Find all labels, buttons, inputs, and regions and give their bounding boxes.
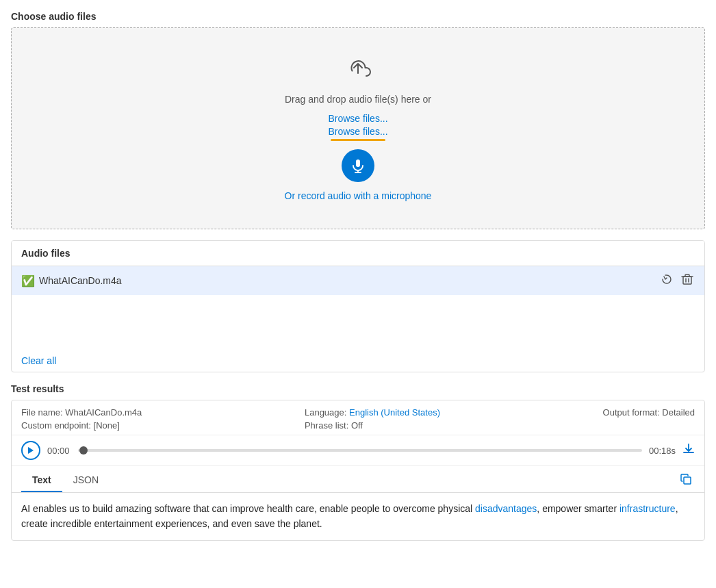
play-button[interactable] xyxy=(21,441,40,460)
meta-right: Output format: Detailed xyxy=(603,407,695,431)
audio-filename-text: WhatAICanDo.m4a xyxy=(39,275,122,286)
tabs-bar: Text JSON xyxy=(12,466,704,493)
results-meta: File name: WhatAICanDo.m4a Custom endpoi… xyxy=(12,400,704,435)
clear-all-link[interactable]: Clear all xyxy=(21,355,56,366)
audio-player: 00:00 00:18s xyxy=(12,435,704,466)
results-card: File name: WhatAICanDo.m4a Custom endpoi… xyxy=(11,400,705,541)
custom-endpoint-value: [None] xyxy=(94,420,120,431)
phrase-list-label: Phrase list: Off xyxy=(305,420,440,431)
audio-files-section: Audio files ✅ WhatAICanDo.m4a xyxy=(11,240,705,372)
custom-endpoint-label: Custom endpoint: [None] xyxy=(21,420,142,431)
meta-center: Language: English (United States) Phrase… xyxy=(305,407,440,431)
highlight-infrastructure: infrastructure xyxy=(619,503,676,514)
file-check-icon: ✅ xyxy=(21,274,35,287)
download-button[interactable] xyxy=(682,443,695,459)
language-label: Language: English (United States) xyxy=(305,407,440,418)
copy-button[interactable] xyxy=(677,470,695,491)
choose-audio-title: Choose audio files xyxy=(11,11,705,22)
svg-marker-6 xyxy=(28,447,34,454)
upload-icon xyxy=(343,55,373,86)
audio-file-row: ✅ WhatAICanDo.m4a xyxy=(12,266,704,295)
output-format-label: Output format: Detailed xyxy=(603,407,695,418)
language-value: English (United States) xyxy=(349,407,440,418)
transcript-text: AI enables us to build amazing software … xyxy=(12,493,704,540)
phrase-list-value: Off xyxy=(351,420,363,431)
audio-file-spacer xyxy=(12,295,704,350)
clear-all-container: Clear all xyxy=(12,350,704,372)
record-mic-button[interactable] xyxy=(342,149,374,182)
svg-rect-3 xyxy=(683,277,691,284)
audio-files-header: Audio files xyxy=(12,241,704,266)
tab-json[interactable]: JSON xyxy=(62,469,110,492)
browse-files-text[interactable]: Browse files... xyxy=(328,126,387,137)
file-name-value: WhatAICanDo.m4a xyxy=(65,407,142,418)
time-start: 00:00 xyxy=(47,446,71,456)
audio-file-name: ✅ WhatAICanDo.m4a xyxy=(21,274,122,287)
delete-icon-btn[interactable] xyxy=(680,272,695,290)
audio-file-actions xyxy=(659,272,695,290)
browse-underline-2 xyxy=(331,139,385,141)
time-end: 00:18s xyxy=(649,446,676,456)
tabs: Text JSON xyxy=(21,469,110,492)
tab-text[interactable]: Text xyxy=(21,469,62,492)
output-format-value: Detailed xyxy=(662,407,695,418)
progress-bar[interactable] xyxy=(78,449,642,452)
file-name-label: File name: WhatAICanDo.m4a xyxy=(21,407,142,418)
replay-icon-btn[interactable] xyxy=(659,272,674,290)
drop-zone[interactable]: Drag and drop audio file(s) here or Brow… xyxy=(11,27,705,229)
browse-files-link[interactable]: Browse files... xyxy=(328,113,387,124)
test-results-title: Test results xyxy=(11,383,705,394)
highlight-disadvantages: disadvantages xyxy=(475,503,537,514)
svg-rect-7 xyxy=(684,477,691,484)
drop-text: Drag and drop audio file(s) here or xyxy=(285,94,431,105)
meta-left: File name: WhatAICanDo.m4a Custom endpoi… xyxy=(21,407,142,431)
record-audio-link[interactable]: Or record audio with a microphone xyxy=(285,190,432,201)
svg-rect-0 xyxy=(356,159,360,167)
progress-thumb xyxy=(79,446,88,455)
